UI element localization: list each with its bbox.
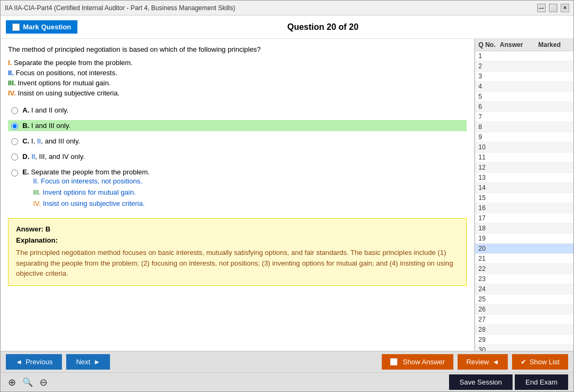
- sidebar-row[interactable]: 26: [475, 305, 573, 315]
- sidebar-row[interactable]: 27: [475, 315, 573, 325]
- row-marked: [538, 113, 570, 121]
- review-button[interactable]: Review ◄: [458, 354, 508, 370]
- row-answer: [500, 245, 538, 252]
- row-marked: [538, 316, 570, 323]
- row-answer: [500, 113, 538, 121]
- sidebar-row[interactable]: 14: [475, 183, 573, 193]
- row-answer: [500, 285, 538, 293]
- row-qno: 27: [478, 316, 500, 323]
- sidebar-row[interactable]: 25: [475, 294, 573, 305]
- sidebar-row[interactable]: 21: [475, 254, 573, 264]
- row-answer: [500, 346, 538, 351]
- row-marked: [538, 235, 570, 242]
- mark-question-button[interactable]: Mark Question: [6, 20, 77, 34]
- row-qno: 18: [478, 225, 500, 232]
- close-button[interactable]: ✕: [561, 4, 569, 12]
- zoom-normal-button[interactable]: 🔍: [20, 376, 35, 388]
- sidebar-row[interactable]: 8: [475, 122, 573, 132]
- sidebar-row[interactable]: 5: [475, 92, 573, 102]
- row-qno: 1: [478, 52, 500, 60]
- bottom-section: ◄ Previous Next ► Show Answer Review ◄ ✔…: [1, 351, 573, 391]
- row-qno: 4: [478, 83, 500, 90]
- next-label: Next: [76, 358, 90, 366]
- sidebar-col-answer: Answer: [500, 41, 538, 49]
- row-marked: [538, 225, 570, 232]
- row-answer: [500, 62, 538, 70]
- show-list-button[interactable]: ✔ Show List: [512, 354, 568, 370]
- row-marked: [538, 52, 570, 60]
- row-qno: 14: [478, 184, 500, 191]
- sidebar-row[interactable]: 10: [475, 142, 573, 153]
- sidebar-row[interactable]: 12: [475, 163, 573, 173]
- row-qno: 23: [478, 275, 500, 283]
- row-answer: [500, 154, 538, 161]
- sidebar-row[interactable]: 7: [475, 112, 573, 122]
- row-qno: 15: [478, 194, 500, 202]
- sidebar-row[interactable]: 24: [475, 284, 573, 294]
- previous-button[interactable]: ◄ Previous: [6, 354, 62, 370]
- save-session-button[interactable]: Save Session: [449, 374, 513, 390]
- sidebar-row[interactable]: 28: [475, 325, 573, 335]
- sidebar-row[interactable]: 29: [475, 335, 573, 345]
- restore-button[interactable]: ⬜: [549, 4, 557, 12]
- bottom-bar-row1: ◄ Previous Next ► Show Answer Review ◄ ✔…: [1, 351, 573, 372]
- row-answer: [500, 93, 538, 100]
- end-exam-label: End Exam: [525, 378, 557, 386]
- row-marked: [538, 306, 570, 313]
- option-c[interactable]: C. I, II, and III only.: [8, 135, 467, 147]
- sidebar-row[interactable]: 11: [475, 153, 573, 163]
- mark-checkbox-icon: [12, 23, 20, 31]
- prev-arrow: ◄: [15, 358, 22, 366]
- option-a-radio[interactable]: [11, 107, 18, 114]
- sidebar-row[interactable]: 13: [475, 173, 573, 183]
- answer-options: A. I and II only. B. I and III only. C. …: [8, 105, 467, 211]
- row-qno: 10: [478, 143, 500, 151]
- option-d-radio[interactable]: [11, 154, 18, 161]
- sidebar-header: Q No. Answer Marked: [475, 39, 573, 51]
- sidebar-row[interactable]: 22: [475, 264, 573, 274]
- row-qno: 16: [478, 204, 500, 212]
- row-marked: [538, 275, 570, 283]
- zoom-in-button[interactable]: ⊕: [6, 375, 18, 389]
- row-qno: 3: [478, 73, 500, 80]
- sidebar-row[interactable]: 9: [475, 132, 573, 142]
- window-title: IIA IIA-CIA-Part4 (Certified Internal Au…: [5, 4, 235, 12]
- sidebar-row[interactable]: 23: [475, 274, 573, 284]
- row-qno: 6: [478, 103, 500, 110]
- end-exam-button[interactable]: End Exam: [515, 374, 568, 390]
- sidebar-row[interactable]: 4: [475, 82, 573, 92]
- sidebar-row[interactable]: 3: [475, 71, 573, 82]
- option-e[interactable]: E. Separate the people from the problem.…: [8, 166, 467, 211]
- sidebar-row[interactable]: 16: [475, 203, 573, 213]
- row-answer: [500, 255, 538, 262]
- sidebar-row[interactable]: 17: [475, 213, 573, 223]
- sidebar-row[interactable]: 1: [475, 51, 573, 61]
- question-text: The method of principled negotiation is …: [8, 45, 467, 53]
- sidebar-row[interactable]: 19: [475, 234, 573, 244]
- sidebar-row[interactable]: 6: [475, 102, 573, 112]
- row-marked: [538, 245, 570, 252]
- row-answer: [500, 265, 538, 273]
- option-c-radio[interactable]: [11, 138, 18, 145]
- option-b-radio[interactable]: [11, 123, 18, 130]
- row-marked: [538, 184, 570, 191]
- row-answer: [500, 73, 538, 80]
- show-answer-label: Show Answer: [403, 358, 445, 366]
- sidebar-row[interactable]: 30: [475, 345, 573, 351]
- row-answer: [500, 143, 538, 151]
- sidebar-row[interactable]: 2: [475, 61, 573, 71]
- sidebar-row[interactable]: 18: [475, 223, 573, 234]
- option-d[interactable]: D. II, III, and IV only.: [8, 151, 467, 162]
- option-b[interactable]: B. I and III only.: [8, 120, 467, 131]
- sidebar-row[interactable]: 20: [475, 244, 573, 254]
- bottom-bar-row2: ⊕ 🔍 ⊖ Save Session End Exam: [1, 372, 573, 391]
- option-a[interactable]: A. I and II only.: [8, 105, 467, 116]
- row-answer: [500, 164, 538, 171]
- sidebar-row[interactable]: 15: [475, 193, 573, 203]
- next-button[interactable]: Next ►: [66, 354, 110, 370]
- row-qno: 12: [478, 164, 500, 171]
- zoom-out-button[interactable]: ⊖: [37, 375, 50, 389]
- show-answer-button[interactable]: Show Answer: [382, 354, 453, 370]
- minimize-button[interactable]: —: [537, 4, 546, 12]
- option-e-radio[interactable]: [11, 170, 18, 177]
